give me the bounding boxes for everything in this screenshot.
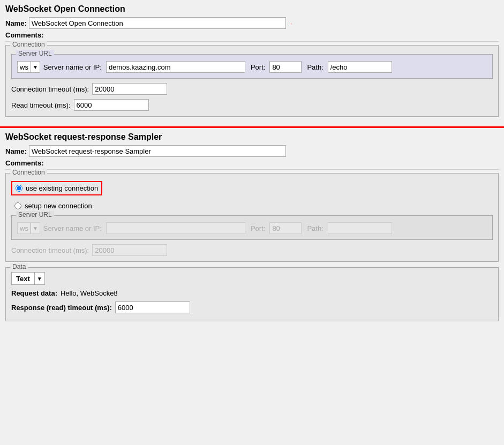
panel1-conn-timeout-label: Connection timeout (ms):	[11, 85, 89, 93]
panel1-comments-row: Comments:	[5, 31, 499, 39]
panel2-server-url-row: ws ▼ Server name or IP: Port: Path:	[17, 222, 487, 234]
panel2-connection-section: Connection use existing connection setup…	[5, 173, 499, 262]
panel2-port-input	[269, 222, 302, 234]
panel2-data-section: Data Text ▼ Request data: Hello, WebSock…	[5, 267, 499, 321]
panel1-path-label: Path:	[307, 63, 323, 71]
panel2-radio-group: use existing connection setup new connec…	[11, 181, 493, 212]
panel1-connection-label: Connection	[10, 41, 47, 48]
panel2-response-timeout-input[interactable]	[115, 301, 190, 313]
panel2-existing-conn-radio[interactable]	[16, 185, 22, 192]
panel2-request-data-value: Hello, WebSocket!	[61, 289, 118, 297]
panel1-serverurl-label: Server URL	[16, 50, 54, 57]
panel2-conn-timeout-label: Connection timeout (ms):	[11, 246, 89, 254]
panel2-new-conn-radio[interactable]	[14, 202, 21, 209]
panel2-existing-conn-option[interactable]: use existing connection	[11, 181, 102, 195]
panel2-new-conn-label: setup new connection	[25, 202, 92, 210]
panel2-text-dropdown-arrow-icon[interactable]: ▼	[35, 276, 44, 282]
panel1-read-timeout-label: Read timeout (ms):	[11, 101, 71, 109]
panel2-comments-row: Comments:	[5, 159, 499, 167]
panel2-response-timeout-label: Response (read) timeout (ms):	[11, 304, 112, 312]
panel2-text-dropdown-label: Text	[12, 273, 35, 284]
panel2-path-input	[328, 222, 392, 234]
panel2-conn-timeout-row: Connection timeout (ms):	[11, 244, 493, 256]
panel2-serverurl-section: Server URL ws ▼ Server name or IP: Port:…	[11, 215, 493, 240]
panel1-serverurl-section: Server URL ws ▼ Server name or IP: Port:…	[11, 54, 493, 79]
panel2-server-name-input	[106, 222, 245, 234]
panel1-comments-label: Comments:	[5, 31, 44, 39]
panel2-text-dropdown[interactable]: Text ▼	[11, 272, 45, 285]
panel1-conn-timeout-input[interactable]	[92, 83, 167, 95]
panel2-divider	[5, 169, 499, 170]
panel1-name-row: Name: ·	[5, 17, 499, 29]
panel2-new-conn-row[interactable]: setup new connection	[11, 200, 493, 212]
panel1-ws-dropdown[interactable]: ws ▼	[17, 61, 40, 73]
panel2-conn-timeout-input	[92, 244, 167, 256]
panel1-divider	[5, 41, 499, 42]
panel2-path-label: Path:	[307, 224, 323, 232]
panel1-server-name-label: Server name or IP:	[43, 63, 102, 71]
panel2-ws-label: ws	[18, 223, 31, 233]
panel2-request-data-row: Request data: Hello, WebSocket!	[11, 289, 493, 297]
panel1-port-input[interactable]	[269, 61, 302, 73]
panel2-response-timeout-row: Response (read) timeout (ms):	[11, 301, 493, 313]
websocket-sampler-panel: WebSocket request-response Sampler Name:…	[0, 128, 504, 331]
panel2-existing-conn-row: use existing connection	[11, 181, 493, 198]
panel1-port-label: Port:	[251, 63, 265, 71]
panel1-server-url-row: ws ▼ Server name or IP: Port: Path:	[17, 61, 487, 73]
panel1-connection-section: Connection Server URL ws ▼ Server name o…	[5, 45, 499, 117]
panel1-ws-arrow-icon[interactable]: ▼	[31, 62, 40, 72]
panel2-title: WebSocket request-response Sampler	[5, 132, 499, 142]
panel2-ws-dropdown: ws ▼	[17, 222, 40, 234]
panel1-read-timeout-input[interactable]	[74, 99, 149, 111]
panel1-name-dot: ·	[290, 19, 292, 27]
panel1-name-input[interactable]	[29, 17, 286, 29]
panel1-ws-label: ws	[18, 62, 31, 72]
panel2-name-row: Name:	[5, 145, 499, 157]
panel2-server-name-label: Server name or IP:	[43, 224, 102, 232]
panel1-conn-timeout-row: Connection timeout (ms):	[11, 83, 493, 95]
panel1-path-input[interactable]	[328, 61, 392, 73]
panel1-server-name-input[interactable]	[106, 61, 245, 73]
panel1-name-label: Name:	[5, 19, 27, 27]
panel2-request-data-label: Request data:	[11, 289, 57, 297]
panel2-existing-conn-label: use existing connection	[26, 184, 98, 192]
panel2-comments-label: Comments:	[5, 159, 44, 167]
panel1-read-timeout-row: Read timeout (ms):	[11, 99, 493, 111]
panel2-name-input[interactable]	[29, 145, 286, 157]
panel1-title: WebSocket Open Connection	[5, 4, 499, 14]
panel2-ws-arrow-icon: ▼	[31, 223, 40, 233]
panel2-connection-label: Connection	[10, 169, 47, 176]
websocket-open-connection-panel: WebSocket Open Connection Name: · Commen…	[0, 0, 504, 128]
panel2-data-label: Data	[10, 263, 28, 270]
panel2-name-label: Name:	[5, 147, 27, 155]
panel2-serverurl-label: Server URL	[16, 211, 54, 218]
panel2-port-label: Port:	[251, 224, 265, 232]
